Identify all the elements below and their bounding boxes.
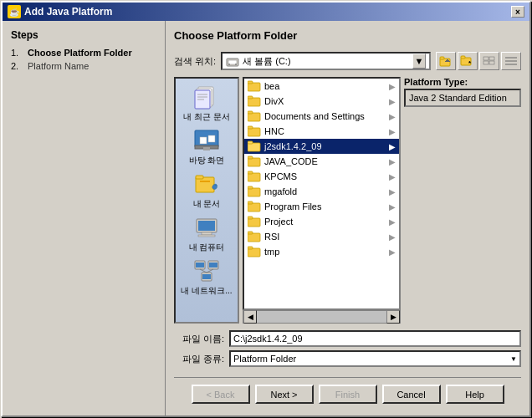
step-2: 2. Platform Name — [11, 61, 156, 71]
svg-rect-35 — [196, 263, 204, 268]
file-expand: ▶ — [389, 187, 396, 196]
location-combo[interactable]: 새 볼륨 (C:) ▼ — [221, 52, 431, 70]
file-row[interactable]: DivX▶ — [244, 94, 399, 109]
file-name: tmp — [264, 247, 386, 257]
drive-icon — [226, 54, 239, 68]
file-row[interactable]: JAVA_CODE▶ — [244, 154, 399, 169]
svg-rect-32 — [202, 232, 212, 235]
svg-rect-43 — [248, 81, 253, 84]
cancel-button[interactable]: Cancel — [382, 385, 441, 404]
new-folder-button[interactable]: * — [458, 52, 478, 70]
file-row[interactable]: j2sdk1.4.2_09▶ — [244, 139, 399, 154]
file-expand: ▶ — [389, 142, 396, 151]
desktop-label: 바탕 화면 — [189, 155, 225, 166]
svg-rect-44 — [248, 98, 260, 106]
file-list[interactable]: bea▶DivX▶Documents and Settings▶HNC▶j2sd… — [243, 77, 401, 310]
svg-rect-52 — [248, 158, 260, 166]
svg-rect-47 — [248, 111, 253, 114]
network-item[interactable]: 내 네트워크... — [176, 256, 237, 298]
detail-view-icon — [504, 54, 519, 69]
steps-heading: Steps — [11, 29, 156, 41]
filename-input[interactable] — [229, 330, 521, 347]
svg-rect-27 — [196, 177, 214, 192]
recent-docs-label: 내 최근 문서 — [183, 112, 230, 122]
file-row[interactable]: mgafold▶ — [244, 184, 399, 199]
file-row[interactable]: Project▶ — [244, 214, 399, 229]
folder-icon — [248, 80, 261, 92]
file-name: mgafold — [264, 186, 386, 196]
file-name: j2sdk1.4.2_09 — [264, 141, 386, 151]
folder-icon — [248, 140, 261, 152]
file-row[interactable]: RSI▶ — [244, 229, 399, 244]
svg-rect-33 — [198, 235, 215, 237]
filename-label: 파일 이름: — [174, 333, 224, 345]
filetype-value: Platform Folder — [233, 354, 296, 364]
file-name: RSI — [264, 232, 386, 242]
file-name: HNC — [264, 126, 386, 136]
file-row[interactable]: Documents and Settings▶ — [244, 109, 399, 124]
desktop-item[interactable]: 바탕 화면 — [176, 125, 237, 167]
filetype-row: 파일 종류: Platform Folder ▼ — [174, 350, 521, 367]
svg-rect-11 — [489, 57, 494, 60]
close-button[interactable]: × — [511, 6, 524, 18]
svg-rect-59 — [248, 201, 253, 204]
svg-rect-51 — [248, 141, 253, 144]
svg-line-41 — [207, 269, 213, 273]
h-scrollbar: ◀ ▶ — [243, 310, 401, 324]
back-button[interactable]: < Back — [192, 385, 250, 404]
file-expand: ▶ — [389, 112, 396, 121]
recent-docs-item[interactable]: 내 최근 문서 — [176, 82, 237, 124]
file-row[interactable]: Program Files▶ — [244, 199, 399, 214]
svg-rect-48 — [248, 128, 260, 136]
svg-point-2 — [228, 64, 230, 65]
file-row[interactable]: tmp▶ — [244, 244, 399, 259]
detail-view-button[interactable] — [501, 52, 521, 70]
step-2-label: Platform Name — [28, 61, 89, 71]
next-button[interactable]: Next > — [255, 385, 314, 404]
my-docs-label: 내 문서 — [193, 199, 221, 209]
dialog-title: Add Java Platform — [24, 6, 112, 18]
file-expand: ▶ — [389, 97, 396, 106]
folder-icon — [248, 155, 261, 167]
step-1-number: 1. — [11, 48, 24, 58]
my-computer-item[interactable]: 내 컴퓨터 — [176, 212, 237, 254]
folder-icon — [248, 171, 261, 182]
file-row[interactable]: HNC▶ — [244, 124, 399, 139]
svg-rect-37 — [209, 263, 217, 268]
filetype-combo-arrow: ▼ — [510, 355, 517, 363]
filetype-combo[interactable]: Platform Folder ▼ — [229, 350, 521, 367]
file-expand: ▶ — [389, 232, 396, 242]
file-row[interactable]: KPCMS▶ — [244, 169, 399, 184]
list-view-icon — [482, 54, 497, 69]
step-1: 1. Choose Platform Folder — [11, 48, 156, 58]
svg-rect-53 — [248, 156, 253, 159]
file-row[interactable]: bea▶ — [244, 79, 399, 94]
svg-rect-31 — [198, 221, 215, 231]
finish-button[interactable]: Finish — [319, 385, 377, 404]
platform-type-section: Platform Type: Java 2 Standard Edition — [404, 77, 521, 324]
folder-icon — [248, 95, 261, 107]
folder-icon — [248, 231, 261, 242]
svg-rect-29 — [200, 181, 210, 182]
location-value: 새 볼륨 (C:) — [243, 55, 290, 68]
svg-rect-57 — [248, 186, 253, 189]
dialog-icon: ☕ — [8, 5, 21, 18]
svg-rect-5 — [440, 57, 444, 59]
help-button[interactable]: Help — [446, 385, 504, 404]
scroll-right-button[interactable]: ▶ — [386, 310, 400, 324]
content-title: Choose Platform Folder — [174, 29, 521, 42]
scroll-left-button[interactable]: ◀ — [243, 310, 257, 324]
file-expand: ▶ — [389, 217, 396, 227]
svg-rect-56 — [248, 188, 260, 196]
folder-icon — [248, 125, 261, 137]
folder-icon — [248, 186, 261, 197]
svg-rect-62 — [248, 233, 260, 242]
file-browser-area: 내 최근 문서 바탕 화면 — [174, 77, 521, 324]
filetype-label: 파일 종류: — [174, 353, 224, 365]
button-row: < Back Next > Finish Cancel Help — [174, 377, 521, 407]
location-combo-arrow[interactable]: ▼ — [412, 54, 426, 69]
svg-rect-9 — [483, 57, 489, 60]
list-view-button[interactable] — [479, 52, 499, 70]
up-folder-button[interactable] — [436, 52, 456, 70]
my-docs-item[interactable]: 내 문서 — [176, 169, 237, 211]
